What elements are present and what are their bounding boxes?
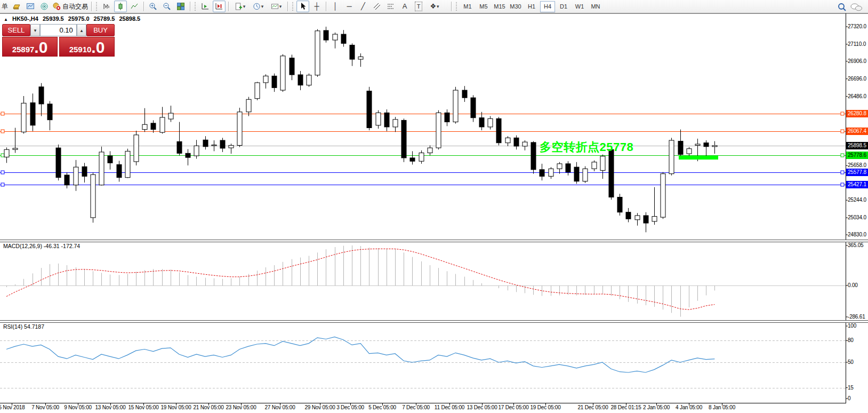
sell-price-panel[interactable]: 25897 .0	[2, 37, 58, 57]
line-handle[interactable]	[1, 171, 4, 174]
rsi-indicator-label: RSI(14) 54.7187	[3, 323, 44, 330]
time-axis-label: 23 Nov 05:00	[226, 404, 256, 410]
low-value: 25789.5	[94, 15, 115, 22]
pane-separator[interactable]	[0, 320, 868, 323]
buy-price-frac: .0	[91, 40, 105, 55]
buy-price-int: 25910	[69, 44, 92, 55]
line-handle[interactable]	[1, 130, 4, 133]
axis-tick-label: 25244.0	[848, 196, 866, 203]
price-level-label: 25427.1	[846, 181, 868, 188]
time-axis-label: 13 Nov 05:00	[95, 404, 125, 410]
turning-point-annotation[interactable]: 多空转折点25778	[540, 139, 633, 155]
price-level-label: 25577.8	[846, 169, 868, 176]
pane-separator[interactable]	[0, 240, 868, 242]
time-axis[interactable]: 5 Nov 20187 Nov 05:009 Nov 05:0013 Nov 0…	[0, 404, 868, 413]
symbol-info-line: ▲ HK50-,H4 25939.5 25975.0 25789.5 25898…	[4, 15, 143, 22]
line-handle[interactable]	[1, 112, 4, 115]
line-handle[interactable]	[841, 112, 844, 115]
time-axis-label: 8 Jan 05:00	[709, 404, 735, 410]
volume-input[interactable]: 0.10	[40, 24, 77, 36]
buy-button[interactable]: BUY	[86, 24, 115, 36]
volume-increase-button[interactable]: ▴	[77, 24, 86, 36]
time-axis-label: 17 Dec 05:00	[498, 404, 528, 410]
line-handle[interactable]	[841, 183, 844, 186]
axis-tick-label: 26486.0	[848, 93, 866, 100]
time-axis-label: 5 Nov 2018	[0, 404, 25, 410]
time-axis-label: 19 Dec 05:00	[530, 404, 560, 410]
macd-histogram	[7, 245, 715, 317]
time-axis-label: 27 Nov 05:00	[264, 404, 295, 410]
axis-tick-label: 25658.0	[848, 162, 866, 169]
time-axis-label: 7 Dec 05:00	[402, 404, 430, 410]
axis-tick-label: 50	[848, 359, 854, 366]
price-level-label: 26067.4	[846, 128, 868, 135]
turning-point-highlight-bar[interactable]	[679, 156, 718, 160]
time-axis-label: 2 Jan 05:00	[643, 404, 670, 410]
time-axis-label: 3 Dec 05:00	[336, 404, 364, 410]
axis-tick-label: 15	[848, 384, 854, 391]
price-axis[interactable]: 27320.027110.026906.026696.026486.025868…	[848, 0, 868, 413]
rsi-line	[6, 337, 714, 372]
sell-price-frac: .0	[34, 40, 47, 55]
axis-tick-label: 365.05	[848, 242, 863, 249]
high-value: 25975.0	[68, 15, 90, 22]
time-axis-label: 4 Jan 05:00	[676, 404, 702, 410]
line-handle[interactable]	[841, 130, 844, 133]
one-click-trading-panel: SELL ▾ 0.10 ▴ BUY 25897 .0 25910 .0	[2, 24, 115, 57]
time-axis-label: 13 Dec 05:00	[467, 404, 497, 410]
axis-tick-label: 26696.0	[848, 75, 866, 82]
time-axis-label: 9 Nov 05:00	[64, 404, 92, 410]
candles	[4, 27, 717, 232]
axis-tick-label: 100	[848, 322, 856, 329]
macd-indicator-label: MACD(12,26,9) -46.31 -172.74	[3, 243, 80, 249]
chart-canvas[interactable]	[0, 0, 868, 413]
symbol-period-label: HK50-,H4	[12, 15, 38, 22]
axis-tick-label: 0.00	[848, 282, 858, 289]
axis-tick-label: 26906.0	[848, 58, 866, 65]
time-axis-label: 21 Nov 05:00	[193, 404, 223, 410]
axis-tick-label: 24830.0	[848, 231, 866, 238]
time-axis-label: 21 Dec 05:00	[577, 404, 608, 410]
time-axis-label: 11 Dec 05:00	[435, 404, 464, 410]
axis-tick-label: 27110.0	[848, 41, 866, 47]
price-level-label: 26280.8	[846, 110, 868, 117]
axis-tick-label: 25034.0	[848, 214, 866, 221]
line-handle[interactable]	[841, 171, 844, 174]
price-level-label: 25898.5	[846, 142, 868, 149]
time-axis-label: 28 Dec 01:15	[610, 404, 641, 410]
time-axis-label: 7 Nov 05:00	[31, 404, 59, 410]
sell-price-int: 25897	[12, 44, 35, 55]
line-handle[interactable]	[1, 183, 4, 186]
line-handle[interactable]	[841, 154, 844, 157]
time-axis-label: 19 Nov 05:00	[160, 404, 191, 410]
axis-tick-label: 0	[848, 395, 850, 402]
time-axis-label: 15 Nov 05:00	[128, 404, 158, 410]
time-axis-label: 29 Nov 05:00	[304, 404, 335, 410]
line-handle[interactable]	[1, 154, 4, 157]
collapse-arrow-icon[interactable]: ▲	[4, 17, 8, 22]
buy-price-panel[interactable]: 25910 .0	[59, 37, 115, 57]
axis-tick-label: 80	[848, 337, 854, 344]
volume-decrease-button[interactable]: ▾	[30, 24, 40, 36]
sell-button[interactable]: SELL	[2, 24, 30, 36]
open-value: 25939.5	[43, 15, 64, 22]
time-axis-label: 5 Dec 05:00	[368, 404, 396, 410]
price-level-label: 25778.6	[846, 152, 868, 159]
axis-tick-label: 27320.0	[848, 23, 866, 30]
axis-tick-label: -286.61	[848, 313, 865, 320]
close-value: 25898.5	[119, 15, 140, 22]
